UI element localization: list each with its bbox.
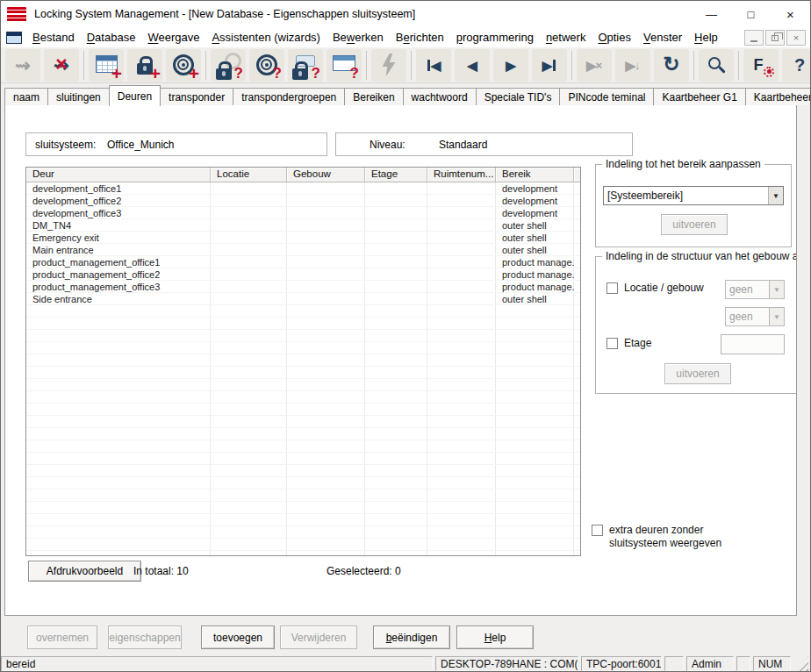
menu-bewerken[interactable]: Bewerken (327, 29, 390, 46)
menu-database[interactable]: Database (81, 29, 142, 46)
tab-kaartbeheer-g1[interactable]: Kaartbeheer G1 (654, 88, 745, 105)
menubar: BestandDatabaseWeergaveAssistenten (wiza… (1, 27, 810, 47)
table-row-empty (26, 514, 580, 526)
tab-wachtwoord[interactable]: wachtwoord (404, 88, 477, 105)
help-button[interactable]: Help (456, 626, 534, 649)
new-transponder-button[interactable]: + (166, 49, 201, 82)
tab-kaartbeheer-g2[interactable]: Kaartbeheer G2 (746, 88, 811, 105)
table-row[interactable]: development_office2development (26, 195, 580, 207)
uitvoeren-bereik-button[interactable]: uitvoeren (661, 214, 728, 235)
menu-programmering[interactable]: programmering (450, 29, 540, 46)
column-header-etage[interactable]: Etage (365, 168, 427, 182)
filter-settings-button[interactable]: F (743, 49, 779, 82)
etage-input[interactable] (721, 334, 785, 354)
systeembereik-combobox[interactable]: [Systeembereik] ▼ (603, 186, 784, 205)
maximize-button[interactable]: □ (731, 1, 771, 27)
cell-etage (365, 207, 427, 218)
column-header-gebouw[interactable]: Gebouw (287, 168, 365, 182)
toevoegen-button[interactable]: toevoegen (201, 626, 275, 649)
menu-assistenten-wizards[interactable]: Assistenten (wizards) (205, 29, 327, 46)
cell-locatie (211, 453, 287, 464)
menu-bestand[interactable]: Bestand (26, 29, 81, 46)
tab-transponder[interactable]: transponder (161, 88, 233, 105)
cell-bereik: outer shell (496, 219, 574, 231)
table-row[interactable]: Main entranceouter shell (26, 244, 580, 256)
column-header-ruimtenum[interactable]: Ruimtenum... (427, 168, 496, 182)
column-header-bereik[interactable]: Bereik (496, 168, 574, 182)
search-button[interactable] (699, 49, 734, 82)
table-row[interactable]: development_office1development (26, 182, 580, 195)
cell-gebouw (287, 219, 365, 231)
table-row[interactable]: Side entranceouter shell (26, 293, 580, 305)
tab-deuren[interactable]: Deuren (109, 85, 161, 106)
menu-netwerk[interactable]: netwerk (540, 29, 592, 46)
tab-bereiken[interactable]: Bereiken (345, 88, 403, 105)
table-row[interactable]: development_office3development (26, 207, 580, 219)
cell-gebouw (287, 526, 365, 538)
column-header-locatie[interactable]: Locatie (211, 168, 287, 182)
cell-deur (26, 440, 211, 452)
chevron-down-icon[interactable]: ▼ (768, 187, 783, 204)
cell-etage (365, 318, 427, 329)
new-locking-system-button[interactable]: + (89, 49, 124, 82)
menu-weergave[interactable]: Weergave (141, 29, 205, 46)
disconnect-button[interactable]: ⇝× (44, 49, 79, 82)
table-row[interactable]: DM_TN4outer shell (26, 219, 580, 232)
be-indigen-button[interactable]: beëindigen (373, 626, 450, 649)
mdi-minimize-button[interactable] (744, 30, 764, 46)
mdi-restore-button[interactable] (765, 30, 785, 46)
uitvoeren-structure-button[interactable]: uitvoeren (664, 363, 731, 384)
gebouw-combobox[interactable]: geen ▼ (725, 307, 785, 326)
verwijderen-button[interactable]: Verwijderen (280, 626, 357, 649)
menu-berichten[interactable]: Berichten (390, 29, 450, 46)
menu-venster[interactable]: Venster (637, 29, 688, 46)
read-transponder-button[interactable]: ? (249, 49, 284, 82)
help-icon: ? (794, 56, 805, 74)
cell-etage (365, 182, 427, 194)
program-button[interactable] (371, 49, 406, 82)
new-lock-button[interactable]: + (127, 49, 162, 82)
locatie-gebouw-checkbox[interactable] (606, 282, 618, 294)
extra-deuren-checkbox[interactable] (592, 525, 603, 536)
table-row[interactable]: product_management_office1product manage… (26, 256, 580, 268)
record-jump-button[interactable]: ▶↓ (615, 49, 650, 82)
table-row[interactable]: product_management_office2product manage… (26, 268, 580, 281)
nav-first-button[interactable]: ◀ (416, 49, 451, 82)
resize-grip[interactable] (795, 656, 808, 671)
cell-locatie (211, 293, 287, 304)
column-header-deur[interactable]: Deur (26, 168, 211, 182)
help-button[interactable]: ? (782, 49, 811, 82)
cell-bereik: product manage... (496, 281, 574, 292)
mdi-close-button[interactable]: × (786, 30, 806, 46)
cell-gebouw (287, 514, 365, 525)
nav-next-button[interactable]: ▶ (493, 49, 528, 82)
nav-last-button[interactable]: ▶ (532, 49, 567, 82)
table-row-empty (26, 404, 580, 416)
overnemen-button[interactable]: overnemen (27, 626, 97, 649)
menu-help[interactable]: Help (688, 29, 724, 46)
afdrukvoorbeeld-button[interactable]: Afdrukvoorbeeld (28, 561, 141, 582)
eigenschappen-button[interactable]: eigenschappen (108, 626, 182, 649)
cell-etage (365, 391, 427, 403)
table-row[interactable]: product_management_office3product manage… (26, 281, 580, 293)
tab-transpondergroepen[interactable]: transpondergroepen (233, 88, 345, 105)
record-remove-button[interactable]: ▶× (577, 49, 612, 82)
locatie-combobox[interactable]: geen ▼ (725, 280, 785, 299)
table-row[interactable]: Emergency exitouter shell (26, 232, 580, 244)
read-network-button[interactable]: ? (327, 49, 362, 82)
connect-button[interactable]: ⇝ (5, 49, 40, 82)
read-lock-button[interactable]: ? (211, 49, 246, 82)
tab-pincode-teminal[interactable]: PINcode teminal (560, 88, 654, 105)
refresh-button[interactable]: ↻ (654, 49, 689, 82)
sluitsysteem-value: Office_Munich (107, 139, 174, 151)
etage-checkbox[interactable] (606, 338, 618, 349)
tab-sluitingen[interactable]: sluitingen (48, 88, 110, 105)
read-lock-g2-button[interactable]: ? (288, 49, 323, 82)
menu-opties[interactable]: Opties (592, 29, 637, 46)
nav-previous-button[interactable]: ◀ (455, 49, 490, 82)
tab-speciale-tid-s[interactable]: Speciale TID's (477, 88, 561, 105)
close-button[interactable]: × (771, 1, 810, 27)
minimize-button[interactable]: — (692, 1, 731, 27)
tab-naam[interactable]: naam (4, 88, 48, 105)
nav-last-icon: ▶ (542, 59, 553, 72)
